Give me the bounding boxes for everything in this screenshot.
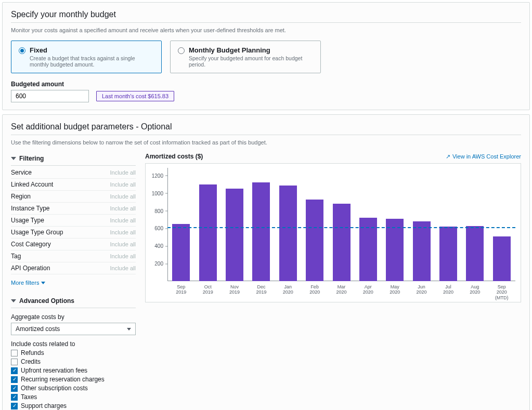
- radio-title: Fixed: [30, 46, 154, 54]
- include-refunds[interactable]: Refunds: [11, 349, 136, 356]
- checkbox-label: Credits: [21, 358, 41, 365]
- filter-row-usage-type-group[interactable]: Usage Type GroupInclude all: [11, 227, 136, 239]
- filter-row-service[interactable]: ServiceInclude all: [11, 167, 136, 179]
- filter-row-linked-account[interactable]: Linked AccountInclude all: [11, 179, 136, 191]
- parameters-panel: Set additional budget parameters - Optio…: [2, 114, 530, 410]
- filter-hint: Include all: [110, 253, 136, 259]
- checkbox-icon: [11, 359, 18, 365]
- x-label: Jun2020: [413, 284, 431, 301]
- checkbox-icon: [11, 385, 18, 392]
- x-label: Oct2019: [199, 284, 217, 301]
- include-recurring-reservation-charges[interactable]: Recurring reservation charges: [11, 376, 136, 383]
- filter-hint: Include all: [110, 193, 136, 200]
- filter-label: Usage Type: [11, 217, 44, 224]
- x-label: Feb2020: [306, 284, 323, 301]
- x-label: Dec2019: [252, 284, 270, 301]
- chart-bar: [413, 221, 431, 281]
- budget-panel: Specify your monthly budget Monitor your…: [2, 2, 530, 110]
- x-label: Apr2020: [359, 284, 377, 301]
- x-label: May2020: [386, 284, 404, 301]
- filter-hint: Include all: [110, 265, 136, 271]
- radio-icon: [19, 47, 25, 54]
- advanced-toggle[interactable]: Advanced Options: [11, 295, 136, 308]
- amount-label: Budgeted amount: [11, 81, 521, 88]
- checkbox-icon: [11, 367, 18, 374]
- radio-title: Monthly Budget Planning: [189, 46, 313, 54]
- include-support-charges[interactable]: Support charges: [11, 402, 136, 409]
- y-tick: 800: [146, 208, 166, 214]
- chart-bar: [333, 204, 351, 281]
- aggregate-select[interactable]: Amortized costs: [11, 323, 136, 335]
- include-credits[interactable]: Credits: [11, 358, 136, 365]
- checkbox-icon: [11, 403, 18, 409]
- chart-bar: [493, 236, 511, 281]
- x-label: Mar2020: [333, 284, 351, 301]
- checkbox-icon: [11, 394, 18, 401]
- checkbox-label: Upfront reservation fees: [21, 367, 87, 374]
- panel-title: Specify your monthly budget: [11, 10, 521, 23]
- aggregate-label: Aggregate costs by: [11, 313, 136, 321]
- caret-down-icon: [11, 299, 16, 302]
- filter-row-region[interactable]: RegionInclude all: [11, 191, 136, 203]
- filtering-toggle[interactable]: Filtering: [11, 153, 136, 166]
- budget-type-fixed[interactable]: Fixed Create a budget that tracks agains…: [11, 41, 162, 73]
- filter-hint: Include all: [110, 205, 136, 211]
- chart-bar: [199, 184, 217, 281]
- x-label: Aug2020: [466, 284, 484, 301]
- filter-label: Service: [11, 169, 32, 176]
- filter-label: Tag: [11, 253, 21, 260]
- filter-hint: Include all: [110, 229, 136, 235]
- chart-bar: [252, 182, 270, 281]
- radio-subtitle: Create a budget that tracks against a si…: [30, 55, 154, 68]
- filter-row-cost-category[interactable]: Cost CategoryInclude all: [11, 239, 136, 250]
- chart-column: Amortized costs ($) ↗ View in AWS Cost E…: [145, 153, 521, 410]
- chart-bar: [226, 189, 243, 281]
- filter-row-instance-type[interactable]: Instance TypeInclude all: [11, 203, 136, 215]
- checkbox-label: Refunds: [21, 349, 44, 356]
- panel-title: Set additional budget parameters - Optio…: [11, 122, 521, 135]
- caret-down-icon: [127, 328, 131, 330]
- budgeted-amount-input[interactable]: [11, 90, 89, 102]
- chart-bar: [279, 186, 297, 281]
- caret-down-icon: [11, 157, 16, 160]
- chart-bar: [439, 227, 457, 281]
- budget-type-planning[interactable]: Monthly Budget Planning Specify your bud…: [170, 41, 321, 73]
- filter-hint: Include all: [110, 169, 136, 176]
- include-taxes[interactable]: Taxes: [11, 393, 136, 401]
- panel-desc: Use the filtering dimensions below to na…: [11, 139, 521, 146]
- more-filters-link[interactable]: More filters: [11, 280, 136, 286]
- section-label: Filtering: [19, 155, 44, 162]
- filter-label: Cost Category: [11, 241, 51, 248]
- budget-threshold-line: [167, 227, 515, 228]
- checkbox-label: Support charges: [21, 402, 67, 409]
- filter-label: Region: [11, 193, 31, 200]
- checkbox-icon: [11, 376, 18, 383]
- filter-hint: Include all: [110, 241, 136, 247]
- x-label: Sep2019: [172, 284, 190, 301]
- chart-bar: [466, 226, 484, 281]
- filter-row-tag[interactable]: TagInclude all: [11, 250, 136, 262]
- radio-subtitle: Specify your budgeted amount for each bu…: [189, 55, 313, 68]
- cost-chart: 20040060080010001200 Sep2019Oct2019Nov20…: [145, 163, 521, 302]
- include-other-subscription-costs[interactable]: Other subscription costs: [11, 385, 136, 392]
- filters-sidebar: Filtering ServiceInclude allLinked Accou…: [11, 153, 136, 410]
- filter-label: Usage Type Group: [11, 229, 63, 236]
- checkbox-label: Taxes: [21, 393, 37, 401]
- filter-row-usage-type[interactable]: Usage TypeInclude all: [11, 215, 136, 227]
- view-cost-explorer-link[interactable]: ↗ View in AWS Cost Explorer: [446, 153, 521, 160]
- chart-bar: [306, 200, 323, 281]
- radio-icon: [178, 47, 185, 54]
- x-label: Nov2019: [226, 284, 243, 301]
- include-upfront-reservation-fees[interactable]: Upfront reservation fees: [11, 367, 136, 374]
- filter-label: API Operation: [11, 264, 50, 272]
- panel-desc: Monitor your costs against a specified a…: [11, 27, 521, 33]
- x-label: Jan2020: [279, 284, 297, 301]
- checkbox-icon: [11, 350, 18, 356]
- section-label: Advanced Options: [19, 297, 74, 305]
- chart-bar: [172, 224, 190, 281]
- checkbox-label: Recurring reservation charges: [21, 376, 105, 383]
- y-tick: 200: [146, 261, 166, 267]
- filter-hint: Include all: [110, 181, 136, 188]
- filter-row-api-operation[interactable]: API OperationInclude all: [11, 262, 136, 274]
- include-label: Include costs related to: [11, 340, 136, 348]
